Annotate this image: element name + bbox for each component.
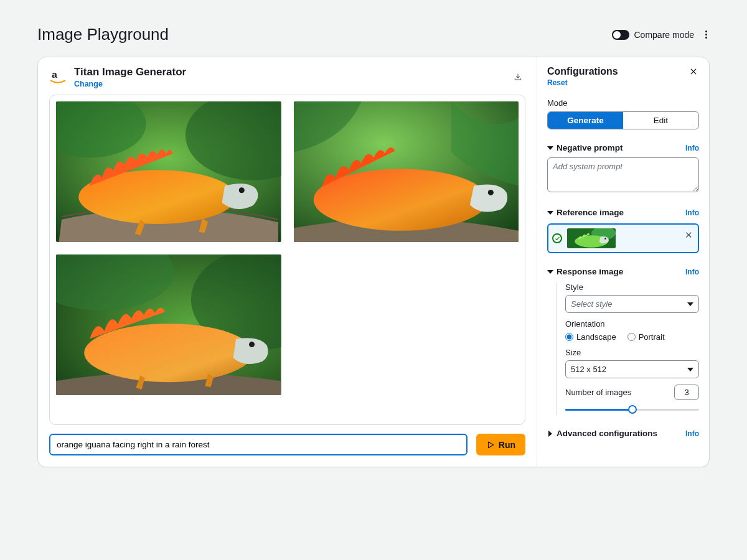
page-title: Image Playground (37, 25, 169, 44)
svg-point-13 (249, 342, 255, 347)
orientation-landscape-label: Landscape (576, 332, 616, 342)
advanced-config-info-link[interactable]: Info (685, 429, 699, 438)
mode-generate-button[interactable]: Generate (548, 112, 623, 129)
response-image-info-link[interactable]: Info (685, 268, 699, 276)
remove-reference-button[interactable]: ✕ (685, 230, 693, 241)
prompt-input[interactable] (49, 434, 467, 455)
reference-thumbnail[interactable] (567, 228, 616, 248)
size-select[interactable]: 512 x 512 (565, 360, 699, 378)
chevron-down-icon (687, 368, 693, 371)
num-images-label: Number of images (565, 388, 631, 397)
negative-prompt-section-header[interactable]: Negative prompt Info (547, 143, 699, 152)
reference-image-info-link[interactable]: Info (685, 208, 699, 217)
num-images-input[interactable] (674, 385, 699, 400)
result-image[interactable] (56, 254, 281, 395)
size-label: Size (565, 348, 699, 357)
response-image-section-header[interactable]: Response image Info (547, 267, 699, 276)
compare-mode-toggle[interactable] (612, 30, 629, 40)
svg-text:a: a (52, 69, 57, 80)
run-button[interactable]: Run (476, 434, 525, 455)
negative-prompt-label: Negative prompt (557, 143, 623, 152)
chevron-down-icon (547, 270, 553, 274)
result-image[interactable] (56, 101, 281, 242)
mode-edit-button[interactable]: Edit (623, 112, 698, 129)
chevron-down-icon (547, 146, 553, 150)
configurations-title: Configurations (547, 66, 618, 77)
download-icon[interactable] (510, 70, 525, 85)
compare-mode-label: Compare mode (634, 30, 695, 40)
reference-image-section-header[interactable]: Reference image Info (547, 208, 699, 217)
negative-prompt-input[interactable] (547, 157, 699, 192)
close-config-button[interactable] (688, 66, 699, 79)
more-actions-icon[interactable] (703, 28, 710, 41)
chevron-right-icon (548, 431, 552, 437)
orientation-label: Orientation (565, 319, 699, 329)
advanced-config-label: Advanced configurations (557, 429, 657, 438)
svg-point-8 (487, 190, 493, 195)
negative-prompt-info-link[interactable]: Info (685, 144, 699, 152)
size-select-value: 512 x 512 (571, 365, 606, 374)
svg-point-17 (604, 238, 606, 239)
response-image-label: Response image (557, 267, 623, 276)
advanced-config-section-header[interactable]: Advanced configurations Info (547, 429, 699, 438)
reference-image-label: Reference image (557, 208, 624, 217)
close-icon (689, 67, 698, 76)
change-model-link[interactable]: Change (74, 80, 103, 88)
chevron-down-icon (547, 211, 553, 215)
orientation-portrait-label: Portrait (639, 332, 665, 342)
check-icon (552, 233, 562, 243)
style-select[interactable]: Select style (565, 295, 699, 313)
svg-point-7 (313, 169, 487, 230)
results-area (49, 95, 525, 425)
svg-point-12 (84, 324, 253, 382)
result-image[interactable] (294, 101, 519, 242)
reference-image-box: ✕ (547, 223, 699, 253)
num-images-slider[interactable] (565, 404, 699, 415)
style-label: Style (565, 282, 699, 292)
mode-segment: Generate Edit (547, 111, 699, 129)
orientation-portrait-radio[interactable]: Portrait (627, 332, 665, 342)
reset-link[interactable]: Reset (547, 78, 568, 87)
chevron-down-icon (687, 302, 693, 306)
run-button-label: Run (499, 440, 515, 450)
style-select-placeholder: Select style (571, 299, 612, 309)
mode-label: Mode (547, 98, 699, 108)
svg-point-5 (239, 187, 245, 193)
model-name: Titan Image Generator (74, 66, 186, 78)
amazon-logo-icon: a (49, 68, 67, 86)
play-icon (486, 441, 495, 449)
orientation-landscape-radio[interactable]: Landscape (565, 332, 616, 342)
